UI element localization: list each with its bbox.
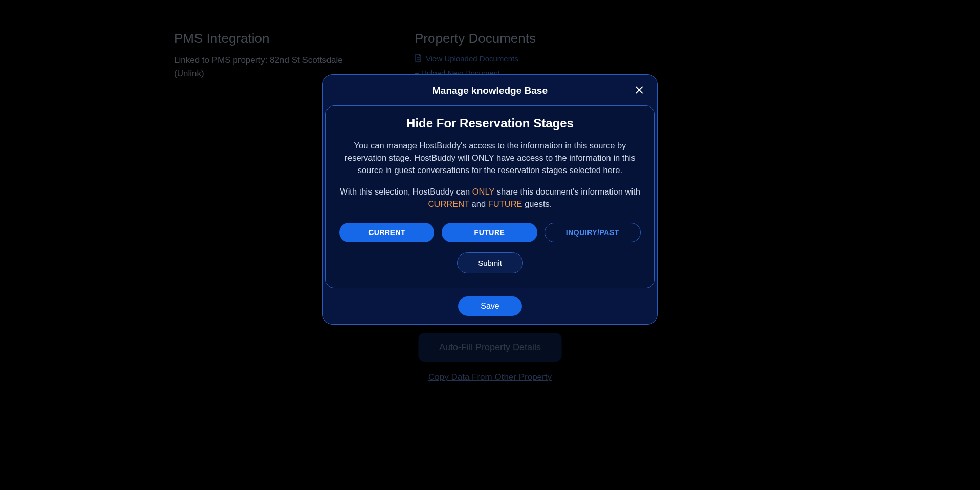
desc2-and: and — [469, 199, 488, 208]
desc2-post: guests. — [522, 199, 552, 208]
card-description-2: With this selection, HostBuddy can ONLY … — [339, 186, 641, 210]
stage-inquiry-past-button[interactable]: INQUIRY/PAST — [545, 223, 641, 242]
stage-future-button[interactable]: FUTURE — [442, 223, 537, 242]
stage-current-button[interactable]: CURRENT — [339, 223, 434, 242]
card-title: Hide For Reservation Stages — [339, 116, 641, 131]
manage-knowledge-base-modal: Manage knowledge Base Hide For Reservati… — [322, 74, 658, 325]
desc2-pre: With this selection, HostBuddy can — [340, 187, 472, 196]
card-description-1: You can manage HostBuddy's access to the… — [339, 140, 641, 177]
close-button[interactable] — [633, 83, 646, 98]
submit-button[interactable]: Submit — [457, 252, 523, 273]
desc2-mid1: share this document's information with — [494, 187, 640, 196]
desc2-only: ONLY — [472, 187, 494, 196]
modal-header: Manage knowledge Base — [324, 76, 656, 105]
close-icon — [635, 89, 644, 96]
reservation-stages-card: Hide For Reservation Stages You can mana… — [325, 105, 655, 288]
desc2-current: CURRENT — [428, 199, 469, 208]
modal-overlay: Manage knowledge Base Hide For Reservati… — [0, 0, 980, 490]
stage-button-group: CURRENT FUTURE INQUIRY/PAST — [339, 223, 641, 242]
save-button[interactable]: Save — [458, 296, 521, 316]
modal-title: Manage knowledge Base — [432, 85, 548, 96]
desc2-future: FUTURE — [488, 199, 522, 208]
